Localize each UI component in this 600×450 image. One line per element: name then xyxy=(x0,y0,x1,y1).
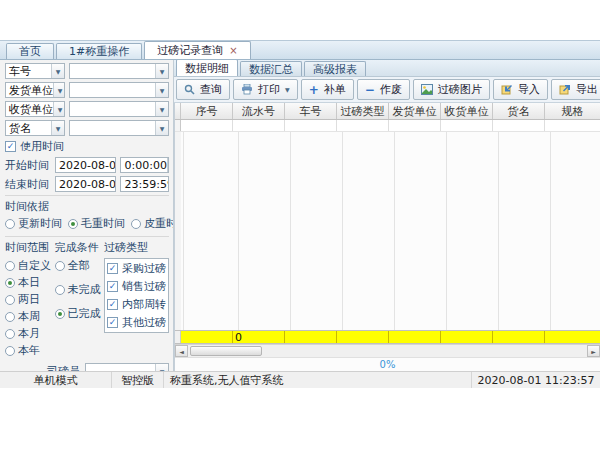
app-window: 首页 1#称重操作 过磅记录查询 × 车号 ▼ xyxy=(0,40,600,388)
chevron-down-icon[interactable]: ▼ xyxy=(285,86,290,93)
supplement-order-button[interactable]: + 补单 xyxy=(301,79,354,100)
filter-field-label: 车号 xyxy=(9,64,31,79)
radio-all[interactable]: 全部 xyxy=(55,258,105,273)
checkbox-purchase[interactable]: ✓采购过磅 xyxy=(107,261,166,276)
checkbox-other[interactable]: ✓其他过磅 xyxy=(107,315,166,330)
tab-weigh-operation[interactable]: 1#称重操作 xyxy=(56,43,142,59)
filter-field-select-receiver[interactable]: 收货单位 ▼ xyxy=(5,101,65,117)
weigher-label: 司磅员 xyxy=(47,364,80,372)
summary-cell-index xyxy=(181,331,233,343)
scroll-left-icon[interactable]: ◄ xyxy=(175,345,188,357)
radio-unfinished[interactable]: 未完成 xyxy=(55,282,105,297)
checkbox-icon: ✓ xyxy=(107,317,118,328)
radio-this-month[interactable]: 本月 xyxy=(5,326,55,341)
filter-row-vehicle: 车号 ▼ ▼ xyxy=(5,63,169,79)
grid-body-empty-area xyxy=(175,132,600,330)
screenshot-canvas: 首页 1#称重操作 过磅记录查询 × 车号 ▼ xyxy=(0,0,600,450)
column-header-serial[interactable]: 流水号 xyxy=(233,103,285,119)
end-time-spinner[interactable]: 23:59:59 ▲▼ xyxy=(120,176,169,192)
column-header-index[interactable]: 序号 xyxy=(181,103,233,119)
radio-update-time[interactable]: 更新时间 xyxy=(5,216,62,231)
status-mode: 单机模式 xyxy=(0,372,112,388)
column-header-goods[interactable]: 货名 xyxy=(493,103,545,119)
void-button[interactable]: − 作废 xyxy=(357,79,410,100)
checkbox-icon: ✓ xyxy=(107,281,118,292)
grid-summary-row: 0 xyxy=(175,330,600,344)
query-filter-panel: 车号 ▼ ▼ 发货单位 ▼ ▼ xyxy=(0,60,174,371)
checkbox-internal[interactable]: ✓内部周转 xyxy=(107,297,166,312)
chevron-down-icon[interactable]: ▼ xyxy=(155,83,168,97)
filter-value-combo-receiver[interactable]: ▼ xyxy=(69,101,169,117)
tab-data-detail[interactable]: 数据明细 xyxy=(176,60,238,76)
column-header-spec[interactable]: 规格 xyxy=(545,103,600,119)
column-header-receiver[interactable]: 收货单位 xyxy=(441,103,493,119)
result-panel: 数据明细 数据汇总 高级报表 查询 打印 xyxy=(174,60,600,371)
filter-row-goods: 货名 ▼ ▼ xyxy=(5,120,169,136)
close-icon[interactable]: × xyxy=(229,46,237,56)
record-grid: 序号 流水号 车号 过磅类型 发货单位 收货单位 货名 规格 xyxy=(174,103,600,371)
use-time-checkbox[interactable]: ✓ xyxy=(5,141,16,152)
filter-field-select-sender[interactable]: 发货单位 ▼ xyxy=(5,82,65,98)
finish-state-group: 完成条件 全部 未完成 已完成 xyxy=(55,240,105,360)
status-bar: 单机模式 智控版 称重系统,无人值守系统 2020-08-01 11:23:57 xyxy=(0,371,600,388)
tab-data-summary[interactable]: 数据汇总 xyxy=(240,61,302,76)
end-date-picker[interactable]: 2020-08-01 xyxy=(55,176,116,192)
import-button[interactable]: 导入 xyxy=(493,79,548,100)
weigher-combo[interactable]: ▼ xyxy=(85,363,169,371)
weigh-type-label: 过磅类型 xyxy=(104,240,169,255)
radio-tare-time[interactable]: 皮重时间 xyxy=(131,216,174,231)
start-date-picker[interactable]: 2020-08-01 xyxy=(55,157,116,173)
chevron-down-icon[interactable]: ▼ xyxy=(51,121,64,135)
query-button[interactable]: 查询 xyxy=(176,79,230,100)
main-tab-bar: 首页 1#称重操作 过磅记录查询 × xyxy=(0,41,600,60)
chevron-down-icon[interactable]: ▼ xyxy=(155,364,168,371)
column-header-sender[interactable]: 发货单位 xyxy=(389,103,441,119)
chevron-down-icon[interactable]: ▼ xyxy=(53,83,65,97)
radio-icon xyxy=(5,219,15,229)
checkbox-sale[interactable]: ✓销售过磅 xyxy=(107,279,166,294)
filter-value-combo-sender[interactable]: ▼ xyxy=(69,82,169,98)
radio-selected-icon xyxy=(68,219,78,229)
tab-weigh-record-query[interactable]: 过磅记录查询 × xyxy=(144,41,250,59)
status-edition: 智控版 xyxy=(112,372,164,388)
status-system-name: 称重系统,无人值守系统 xyxy=(164,372,472,388)
radio-this-week[interactable]: 本周 xyxy=(5,309,55,324)
weigh-image-button[interactable]: 过磅图片 xyxy=(413,79,490,100)
radio-this-year[interactable]: 本年 xyxy=(5,343,55,358)
chevron-down-icon[interactable]: ▼ xyxy=(155,64,168,78)
spinner-icon[interactable]: ▲▼ xyxy=(167,158,169,172)
chevron-down-icon[interactable]: ▼ xyxy=(53,102,65,116)
tab-home[interactable]: 首页 xyxy=(6,43,54,59)
horizontal-scrollbar[interactable]: ◄ ► xyxy=(175,344,600,357)
radio-two-days[interactable]: 两日 xyxy=(5,292,55,307)
use-time-row: ✓ 使用时间 xyxy=(5,139,169,154)
filter-value-combo-goods[interactable]: ▼ xyxy=(69,120,169,136)
filter-row-receiver: 收货单位 ▼ ▼ xyxy=(5,101,169,117)
weigher-row: 司磅员 ▼ xyxy=(5,363,169,371)
checkbox-icon: ✓ xyxy=(107,263,118,274)
result-tab-bar: 数据明细 数据汇总 高级报表 xyxy=(174,60,600,77)
chevron-down-icon[interactable]: ▼ xyxy=(155,121,168,135)
checkbox-icon: ✓ xyxy=(107,299,118,310)
summary-cell xyxy=(337,331,389,343)
radio-custom[interactable]: 自定义 xyxy=(5,258,55,273)
radio-finished[interactable]: 已完成 xyxy=(55,306,105,321)
export-icon xyxy=(559,84,571,95)
tab-weigh-record-query-label: 过磅记录查询 xyxy=(157,43,223,58)
filter-value-combo-vehicle[interactable]: ▼ xyxy=(69,63,169,79)
filter-field-select-goods[interactable]: 货名 ▼ xyxy=(5,120,65,136)
column-header-weigh-type[interactable]: 过磅类型 xyxy=(337,103,389,119)
scrollbar-thumb[interactable] xyxy=(190,346,262,356)
chevron-down-icon[interactable]: ▼ xyxy=(155,102,168,116)
print-button[interactable]: 打印 ▼ xyxy=(233,79,298,100)
export-button[interactable]: 导出 ▼ xyxy=(551,79,600,100)
time-range-label: 时间范围 xyxy=(5,240,55,255)
scroll-right-icon[interactable]: ► xyxy=(587,345,600,357)
filter-field-select-vehicle[interactable]: 车号 ▼ xyxy=(5,63,65,79)
start-time-spinner[interactable]: 0:00:00 ▲▼ xyxy=(120,157,169,173)
tab-advanced-report[interactable]: 高级报表 xyxy=(304,61,366,76)
column-header-vehicle[interactable]: 车号 xyxy=(285,103,337,119)
chevron-down-icon[interactable]: ▼ xyxy=(51,64,64,78)
radio-gross-time[interactable]: 毛重时间 xyxy=(68,216,125,231)
radio-today[interactable]: 本日 xyxy=(5,275,55,290)
